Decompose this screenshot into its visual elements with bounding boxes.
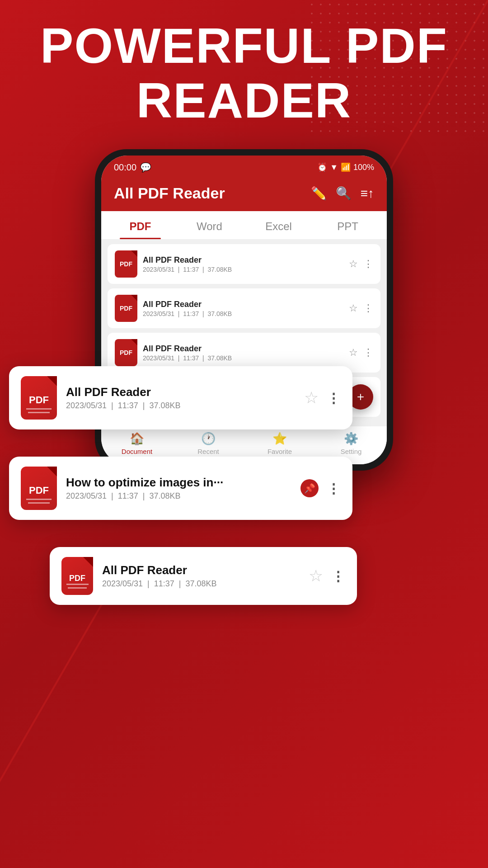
app-icons: ✏️ 🔍 ≡↑ xyxy=(311,186,374,201)
more-icon[interactable]: ⋮ xyxy=(363,302,373,314)
float-card-1[interactable]: PDF All PDF Reader 2023/05/31 | 11:37 | … xyxy=(9,366,352,429)
card-file-name: How to optimize images in··· xyxy=(66,476,291,490)
status-bar: 00:00 💬 ⏰ ▼ 📶 100% xyxy=(101,156,387,177)
tab-excel[interactable]: Excel xyxy=(244,211,313,239)
signal-icon: 📶 xyxy=(341,162,351,172)
favorite-icon: ⭐ xyxy=(272,432,287,446)
file-actions: ☆ ⋮ xyxy=(349,347,373,359)
recent-icon: 🕐 xyxy=(201,432,216,446)
card-info: How to optimize images in··· 2023/05/31 … xyxy=(66,476,291,501)
phone-file-item-2[interactable]: PDF All PDF Reader 2023/05/31 | 11:37 | … xyxy=(108,288,380,328)
search-icon[interactable]: 🔍 xyxy=(336,186,352,201)
file-actions: ☆ ⋮ xyxy=(349,302,373,314)
card-actions: ☆ ⋮ xyxy=(304,388,341,407)
more-button[interactable]: ⋮ xyxy=(327,390,341,406)
star-button[interactable]: ☆ xyxy=(309,566,323,585)
more-button[interactable]: ⋮ xyxy=(327,481,341,496)
card-info: All PDF Reader 2023/05/31 | 11:37 | 37.0… xyxy=(102,563,300,589)
card-file-meta: 2023/05/31 | 11:37 | 37.08KB xyxy=(66,491,291,501)
alarm-icon: ⏰ xyxy=(317,162,327,172)
pdf-file-icon: PDF xyxy=(21,467,57,510)
more-button[interactable]: ⋮ xyxy=(331,568,345,584)
battery-level: 100% xyxy=(353,163,374,172)
file-info: All PDF Reader 2023/05/31 | 11:37 | 37.0… xyxy=(143,255,343,273)
wifi-icon: ▼ xyxy=(330,163,338,172)
status-right: ⏰ ▼ 📶 100% xyxy=(317,162,374,172)
card-file-meta: 2023/05/31 | 11:37 | 37.08KB xyxy=(66,401,295,410)
tab-bar: PDF Word Excel PPT xyxy=(101,211,387,240)
pdf-icon: PDF xyxy=(115,339,137,366)
star-icon[interactable]: ☆ xyxy=(349,258,358,270)
app-bar: All PDF Reader ✏️ 🔍 ≡↑ xyxy=(101,177,387,211)
more-icon[interactable]: ⋮ xyxy=(363,347,373,359)
document-icon: 🏠 xyxy=(130,432,144,446)
status-left: 00:00 💬 xyxy=(114,162,151,173)
nav-document[interactable]: 🏠 Document xyxy=(101,432,173,455)
nav-setting[interactable]: ⚙️ Setting xyxy=(315,432,387,455)
pin-button[interactable]: 📌 xyxy=(300,479,319,497)
card-actions: ☆ ⋮ xyxy=(309,566,345,585)
file-info: All PDF Reader 2023/05/31 | 11:37 | 37.0… xyxy=(143,344,343,362)
hero-title-line2: READER xyxy=(18,73,470,127)
float-card-3[interactable]: PDF All PDF Reader 2023/05/31 | 11:37 | … xyxy=(50,547,357,605)
pdf-icon: PDF xyxy=(115,295,137,322)
tab-word[interactable]: Word xyxy=(175,211,244,239)
file-actions: ☆ ⋮ xyxy=(349,258,373,270)
star-button[interactable]: ☆ xyxy=(304,388,319,407)
more-icon[interactable]: ⋮ xyxy=(363,258,373,270)
hero-title-line1: POWERFUL PDF xyxy=(18,18,470,73)
whatsapp-icon: 💬 xyxy=(140,162,151,173)
pdf-icon: PDF xyxy=(115,250,137,278)
card-file-name: All PDF Reader xyxy=(102,563,300,577)
setting-icon: ⚙️ xyxy=(344,432,358,446)
phone-file-item-1[interactable]: PDF All PDF Reader 2023/05/31 | 11:37 | … xyxy=(108,244,380,284)
tab-ppt[interactable]: PPT xyxy=(313,211,382,239)
float-card-2[interactable]: PDF How to optimize images in··· 2023/05… xyxy=(9,457,352,520)
sort-icon[interactable]: ≡↑ xyxy=(361,186,374,201)
nav-recent[interactable]: 🕐 Recent xyxy=(173,432,244,455)
status-time: 00:00 xyxy=(114,162,136,173)
tab-pdf[interactable]: PDF xyxy=(106,211,175,239)
pdf-file-icon: PDF xyxy=(61,557,93,595)
app-title: All PDF Reader xyxy=(114,184,225,202)
card-file-meta: 2023/05/31 | 11:37 | 37.08KB xyxy=(102,579,300,589)
nav-favorite[interactable]: ⭐ Favorite xyxy=(244,432,315,455)
card-actions: 📌 ⋮ xyxy=(300,479,341,497)
pdf-file-icon: PDF xyxy=(21,376,57,420)
star-icon[interactable]: ☆ xyxy=(349,347,358,359)
card-info: All PDF Reader 2023/05/31 | 11:37 | 37.0… xyxy=(66,385,295,410)
edit-icon[interactable]: ✏️ xyxy=(311,186,327,201)
star-icon[interactable]: ☆ xyxy=(349,302,358,314)
card-file-name: All PDF Reader xyxy=(66,385,295,399)
file-info: All PDF Reader 2023/05/31 | 11:37 | 37.0… xyxy=(143,300,343,317)
hero-title: POWERFUL PDF READER xyxy=(0,18,488,127)
